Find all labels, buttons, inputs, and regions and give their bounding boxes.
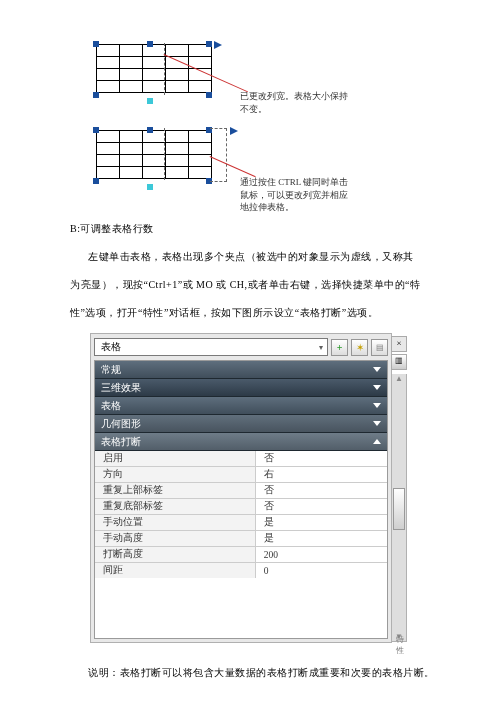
chevron-down-icon: ▾	[319, 343, 323, 352]
chevron-down-icon	[373, 403, 381, 408]
add-selection-button[interactable]: +	[331, 339, 348, 356]
chevron-down-icon	[373, 385, 381, 390]
scroll-up-icon[interactable]: ▲	[395, 374, 403, 383]
sheet-icon: ▤	[376, 343, 384, 352]
scrollbar[interactable]: ▲ ▼	[391, 374, 407, 642]
section-tablebreak[interactable]: 表格打断	[95, 433, 387, 451]
panel-toolbar: 表格 ▾ + ✶ ▤	[91, 334, 391, 360]
filter-icon: ✶	[356, 342, 364, 353]
table-row[interactable]: 方向右	[95, 467, 387, 483]
section-table[interactable]: 表格	[95, 397, 387, 415]
scroll-thumb[interactable]	[393, 488, 405, 530]
chevron-up-icon	[373, 439, 381, 444]
expand-icon[interactable]: ▥	[391, 354, 407, 370]
close-icon[interactable]: ×	[391, 336, 407, 352]
table-row[interactable]: 手动高度是	[95, 531, 387, 547]
accordion-body: 常规 三维效果 表格 几何图形 表格打断 启用否 方向右 重复上部标签否 重复底…	[94, 360, 388, 639]
properties-panel: × ▥ ▲ ▼ 特性 表格 ▾ + ✶ ▤ 常规 三维效果 表格 几何图形 表格…	[90, 333, 392, 643]
para-1: 左键单击表格，表格出现多个夹点（被选中的对象显示为虚线，又称其	[70, 249, 445, 265]
note-text: 说明：表格打断可以将包含大量数据的表格打断成重要和次要的表格片断。	[70, 665, 445, 681]
callout-2: 通过按住 CTRL 键同时单击鼠标，可以更改列宽并相应地拉伸表格。	[240, 176, 355, 214]
chevron-down-icon	[373, 367, 381, 372]
section-general[interactable]: 常规	[95, 361, 387, 379]
para-3: 性”选项，打开“特性”对话框，按如下图所示设立“表格打断”选项。	[70, 305, 445, 321]
table-row[interactable]: 打断高度200	[95, 547, 387, 563]
table-row[interactable]: 手动位置是	[95, 515, 387, 531]
callout-1: 已更改列宽。表格大小保持不变。	[240, 90, 355, 115]
toggle-pickadd-button[interactable]: ▤	[371, 339, 388, 356]
mini-table-bottom	[96, 130, 212, 179]
section-b-heading: B:可调整表格行数	[70, 221, 445, 237]
panel-side-label: 特性	[393, 634, 407, 656]
section-geometry[interactable]: 几何图形	[95, 415, 387, 433]
selector-value: 表格	[101, 340, 121, 354]
table-row[interactable]: 重复上部标签否	[95, 483, 387, 499]
section-3deffects[interactable]: 三维效果	[95, 379, 387, 397]
object-selector[interactable]: 表格 ▾	[94, 338, 328, 356]
chevron-down-icon	[373, 421, 381, 426]
plus-icon: +	[337, 342, 343, 353]
column-width-figure: 已更改列宽。表格大小保持不变。 通过按住 CTRL 键同时单击鼠标，可以更改列宽…	[90, 40, 350, 215]
para-2: 为亮显），现按“Ctrl+1”或 MO 或 CH,或者单击右键，选择快捷菜单中的…	[70, 277, 445, 293]
table-row[interactable]: 间距0	[95, 563, 387, 578]
empty-area	[95, 578, 387, 638]
quick-select-button[interactable]: ✶	[351, 339, 368, 356]
table-row[interactable]: 启用否	[95, 451, 387, 467]
table-row[interactable]: 重复底部标签否	[95, 499, 387, 515]
